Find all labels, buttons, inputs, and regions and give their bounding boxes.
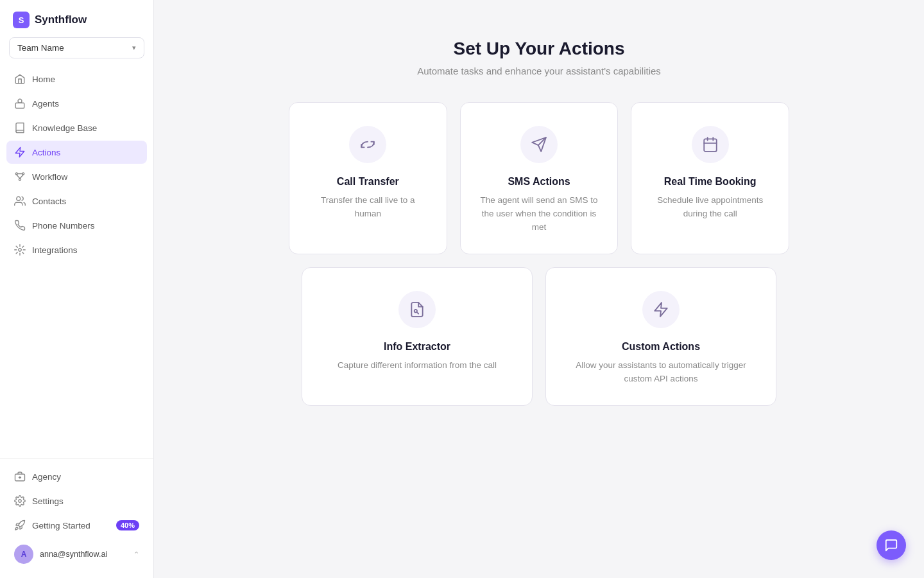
card-info-extractor[interactable]: Info Extractor Capture different informa…	[302, 267, 533, 406]
sidebar: S Synthflow Team Name ▾ Home	[0, 0, 154, 578]
logo: S Synthflow	[0, 0, 153, 37]
real-time-booking-title: Real Time Booking	[664, 176, 757, 188]
svg-rect-0	[15, 103, 24, 108]
svg-line-8	[20, 175, 23, 179]
svg-marker-2	[15, 148, 24, 157]
calendar-icon-wrap	[692, 126, 729, 163]
info-extractor-title: Info Extractor	[384, 341, 450, 353]
call-transfer-desc: Transfer the call live to a human	[307, 194, 429, 221]
sidebar-item-settings-label: Settings	[32, 496, 64, 506]
phone-icon	[14, 220, 26, 231]
card-sms-actions[interactable]: SMS Actions The agent will send an SMS t…	[460, 102, 619, 254]
logo-text: Synthflow	[35, 13, 87, 26]
agents-icon	[14, 98, 26, 109]
sidebar-item-home-label: Home	[32, 74, 55, 84]
user-email: anna@synthflow.ai	[40, 550, 127, 559]
sidebar-item-knowledge-base[interactable]: Knowledge Base	[6, 116, 147, 139]
sidebar-item-settings[interactable]: Settings	[6, 489, 147, 512]
avatar: A	[14, 545, 33, 564]
cards-grid: Call Transfer Transfer the call live to …	[289, 102, 789, 406]
chat-icon	[884, 538, 898, 552]
sidebar-item-home[interactable]: Home	[6, 67, 147, 91]
user-chevron-icon: ⌃	[133, 550, 139, 559]
nav-section: Home Agents Knowledge Base	[0, 65, 153, 458]
sidebar-bottom: Agency Settings	[0, 458, 153, 578]
team-selector-label: Team Name	[17, 43, 64, 53]
sidebar-item-integrations[interactable]: Integrations	[6, 238, 147, 261]
cards-row-2: Info Extractor Capture different informa…	[289, 267, 789, 406]
doc-search-icon	[409, 301, 425, 318]
svg-line-7	[17, 175, 20, 179]
info-extractor-desc: Capture different information from the c…	[338, 359, 497, 372]
svg-point-1	[18, 99, 22, 103]
chevron-down-icon: ▾	[132, 44, 136, 52]
svg-point-21	[415, 310, 417, 312]
getting-started-label: Getting Started	[32, 521, 90, 530]
page-title: Set Up Your Actions	[453, 39, 624, 59]
svg-rect-17	[704, 139, 717, 152]
sidebar-item-phone-numbers[interactable]: Phone Numbers	[6, 214, 147, 237]
svg-point-9	[17, 197, 21, 200]
sidebar-item-agents-label: Agents	[32, 99, 59, 109]
sidebar-item-contacts-label: Contacts	[32, 197, 66, 206]
call-transfer-icon-wrap	[349, 126, 386, 163]
svg-point-14	[19, 500, 22, 503]
home-icon	[14, 73, 26, 85]
custom-actions-title: Custom Actions	[622, 341, 700, 353]
actions-icon	[14, 146, 26, 158]
transfer-icon	[359, 136, 376, 153]
integrations-icon	[14, 244, 26, 256]
sms-actions-desc: The agent will send an SMS to the user w…	[479, 194, 600, 234]
sidebar-item-integrations-label: Integrations	[32, 245, 78, 255]
rocket-icon	[14, 520, 26, 531]
chat-fab-button[interactable]	[877, 530, 906, 560]
lightning-icon-wrap	[642, 291, 680, 328]
lightning-icon	[653, 301, 669, 318]
sidebar-item-contacts[interactable]: Contacts	[6, 189, 147, 213]
contacts-icon	[14, 195, 26, 207]
sidebar-item-knowledge-base-label: Knowledge Base	[32, 123, 97, 133]
call-transfer-title: Call Transfer	[337, 176, 399, 188]
sidebar-item-phone-numbers-label: Phone Numbers	[32, 221, 95, 231]
user-row[interactable]: A anna@synthflow.ai ⌃	[6, 539, 147, 569]
sidebar-item-agency[interactable]: Agency	[6, 465, 147, 488]
settings-icon	[14, 495, 26, 507]
sms-icon-wrap	[520, 126, 558, 163]
cards-row-1: Call Transfer Transfer the call live to …	[289, 102, 789, 254]
team-selector[interactable]: Team Name ▾	[9, 37, 144, 58]
custom-actions-desc: Allow your assistants to automatically t…	[564, 359, 758, 386]
book-icon	[14, 122, 26, 134]
sidebar-item-agency-label: Agency	[32, 472, 61, 482]
workflow-icon	[14, 171, 26, 182]
agency-icon	[14, 471, 26, 482]
logo-icon: S	[13, 12, 30, 28]
main-content: Set Up Your Actions Automate tasks and e…	[154, 0, 924, 578]
sidebar-item-agents[interactable]: Agents	[6, 92, 147, 115]
card-real-time-booking[interactable]: Real Time Booking Schedule live appointm…	[631, 102, 789, 254]
sidebar-item-actions-label: Actions	[32, 148, 60, 157]
sidebar-item-workflow[interactable]: Workflow	[6, 165, 147, 188]
calendar-icon	[702, 136, 719, 153]
doc-search-icon-wrap	[398, 291, 436, 328]
sidebar-item-getting-started[interactable]: Getting Started 40%	[6, 514, 147, 537]
svg-point-10	[19, 249, 22, 252]
sms-actions-title: SMS Actions	[508, 176, 570, 188]
card-call-transfer[interactable]: Call Transfer Transfer the call live to …	[289, 102, 447, 254]
card-custom-actions[interactable]: Custom Actions Allow your assistants to …	[545, 267, 776, 406]
sms-icon	[531, 136, 547, 153]
real-time-booking-desc: Schedule live appointments during the ca…	[649, 194, 771, 221]
sidebar-item-workflow-label: Workflow	[32, 172, 67, 182]
sidebar-item-actions[interactable]: Actions	[6, 141, 147, 164]
progress-badge: 40%	[116, 520, 139, 530]
page-subtitle: Automate tasks and enhance your assistan…	[417, 66, 661, 76]
